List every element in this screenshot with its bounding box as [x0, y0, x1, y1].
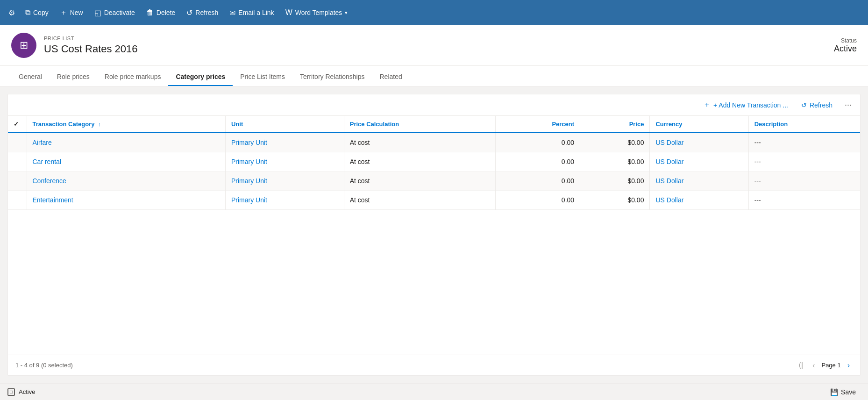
chevron-down-icon: ▾ — [345, 10, 348, 16]
col-unit[interactable]: Unit — [225, 116, 344, 133]
col-percent-label: Percent — [552, 121, 574, 128]
row-unit[interactable]: Primary Unit — [225, 191, 344, 210]
entity-icon: ⊞ — [11, 33, 36, 58]
save-button[interactable]: 💾 Save — [825, 386, 861, 398]
tab-role-prices[interactable]: Role prices — [50, 68, 97, 86]
row-percent: 0.00 — [496, 133, 580, 152]
select-all-header[interactable]: ✓ — [8, 116, 27, 133]
row-checkbox[interactable] — [8, 133, 27, 152]
table-row[interactable]: EntertainmentPrimary UnitAt cost0.00$0.0… — [8, 191, 860, 210]
table-row[interactable]: AirfarePrimary UnitAt cost0.00$0.00US Do… — [8, 133, 860, 152]
checkmark-icon: ✓ — [14, 121, 19, 128]
settings-button[interactable]: ⚙ — [4, 6, 20, 20]
status-label: Status — [834, 37, 857, 44]
statusbar-status: Active — [19, 388, 35, 395]
row-currency[interactable]: US Dollar — [650, 152, 748, 171]
tabs-bar: GeneralRole pricesRole price markupsCate… — [0, 66, 868, 86]
row-transaction-category[interactable]: Airfare — [27, 133, 225, 152]
col-unit-label: Unit — [231, 121, 243, 128]
row-currency[interactable]: US Dollar — [650, 171, 748, 191]
col-price[interactable]: Price — [580, 116, 650, 133]
table-row[interactable]: Car rentalPrimary UnitAt cost0.00$0.00US… — [8, 152, 860, 171]
col-transaction-category[interactable]: Transaction Category ↑ — [27, 116, 225, 133]
tab-price-list-items[interactable]: Price List Items — [233, 68, 292, 86]
table-row[interactable]: ConferencePrimary UnitAt cost0.00$0.00US… — [8, 171, 860, 191]
entity-type: PRICE LIST — [44, 36, 138, 41]
save-icon: 💾 — [830, 388, 838, 396]
row-percent: 0.00 — [496, 191, 580, 210]
entity-name: US Cost Rates 2016 — [44, 43, 138, 55]
row-checkbox[interactable] — [8, 152, 27, 171]
delete-button[interactable]: 🗑 Delete — [141, 6, 181, 20]
row-percent: 0.00 — [496, 171, 580, 191]
email-icon: ✉ — [229, 8, 235, 17]
more-icon: ··· — [845, 100, 852, 109]
next-page-button[interactable]: › — [845, 359, 853, 371]
add-new-transaction-label: + Add New Transaction ... — [713, 101, 788, 109]
row-description: --- — [748, 191, 860, 210]
deactivate-button[interactable]: ◱ Deactivate — [89, 6, 141, 20]
row-price-calculation: At cost — [344, 191, 496, 210]
col-price-calculation-label: Price Calculation — [350, 121, 399, 128]
row-price: $0.00 — [580, 133, 650, 152]
row-currency[interactable]: US Dollar — [650, 133, 748, 152]
data-table: ✓ Transaction Category ↑ Unit Price Calc… — [8, 116, 860, 355]
col-transaction-category-label: Transaction Category — [33, 121, 95, 128]
first-page-button[interactable]: ⟨| — [796, 359, 806, 371]
copy-label: Copy — [33, 9, 49, 16]
row-price-calculation: At cost — [344, 171, 496, 191]
col-description[interactable]: Description — [748, 116, 860, 133]
grid-more-button[interactable]: ··· — [842, 98, 854, 112]
refresh-icon: ↺ — [186, 8, 192, 17]
col-percent[interactable]: Percent — [496, 116, 580, 133]
col-currency-label: Currency — [655, 121, 682, 128]
tab-general[interactable]: General — [11, 68, 50, 86]
col-price-calculation[interactable]: Price Calculation — [344, 116, 496, 133]
email-link-button[interactable]: ✉ Email a Link — [224, 6, 279, 20]
new-button[interactable]: ＋ New — [54, 5, 89, 21]
status-bar: □ Active 💾 Save — [0, 383, 868, 400]
status-value: Active — [834, 44, 857, 54]
save-label: Save — [841, 388, 856, 396]
table-body: AirfarePrimary UnitAt cost0.00$0.00US Do… — [8, 133, 860, 210]
row-unit[interactable]: Primary Unit — [225, 152, 344, 171]
copy-icon: ⧉ — [25, 8, 30, 17]
row-transaction-category[interactable]: Entertainment — [27, 191, 225, 210]
row-unit[interactable]: Primary Unit — [225, 133, 344, 152]
pagination: ⟨| ‹ Page 1 › — [796, 359, 853, 371]
main-content: ＋ + Add New Transaction ... ↺ Refresh ··… — [0, 86, 868, 383]
row-transaction-category[interactable]: Car rental — [27, 152, 225, 171]
row-price-calculation: At cost — [344, 152, 496, 171]
grid-footer: 1 - 4 of 9 (0 selected) ⟨| ‹ Page 1 › — [8, 355, 860, 375]
row-checkbox[interactable] — [8, 191, 27, 210]
copy-button[interactable]: ⧉ Copy — [20, 6, 54, 20]
word-templates-label: Word Templates — [295, 9, 342, 16]
refresh-button[interactable]: ↺ Refresh — [181, 6, 224, 20]
word-templates-button[interactable]: W Word Templates ▾ — [280, 6, 354, 20]
row-checkbox[interactable] — [8, 171, 27, 191]
prev-page-button[interactable]: ‹ — [810, 359, 818, 371]
row-currency[interactable]: US Dollar — [650, 191, 748, 210]
tab-category-prices[interactable]: Category prices — [168, 68, 233, 86]
word-templates-icon: W — [285, 8, 292, 17]
add-new-transaction-button[interactable]: ＋ + Add New Transaction ... — [699, 98, 792, 112]
grid-toolbar: ＋ + Add New Transaction ... ↺ Refresh ··… — [8, 94, 860, 116]
add-icon: ＋ — [703, 100, 711, 110]
col-currency[interactable]: Currency — [650, 116, 748, 133]
grid-container: ＋ + Add New Transaction ... ↺ Refresh ··… — [7, 94, 861, 376]
row-price: $0.00 — [580, 191, 650, 210]
sort-icon: ↑ — [98, 121, 101, 127]
tab-related[interactable]: Related — [372, 68, 409, 86]
table-header: ✓ Transaction Category ↑ Unit Price Calc… — [8, 116, 860, 133]
category-prices-table: ✓ Transaction Category ↑ Unit Price Calc… — [8, 116, 860, 210]
row-transaction-category[interactable]: Conference — [27, 171, 225, 191]
row-description: --- — [748, 133, 860, 152]
row-unit[interactable]: Primary Unit — [225, 171, 344, 191]
tab-role-price-markups[interactable]: Role price markups — [97, 68, 169, 86]
tab-territory-relationships[interactable]: Territory Relationships — [292, 68, 372, 86]
email-link-label: Email a Link — [238, 9, 274, 16]
deactivate-icon: ◱ — [94, 8, 101, 17]
delete-label: Delete — [157, 9, 175, 16]
grid-refresh-button[interactable]: ↺ Refresh — [797, 100, 836, 111]
row-price: $0.00 — [580, 171, 650, 191]
